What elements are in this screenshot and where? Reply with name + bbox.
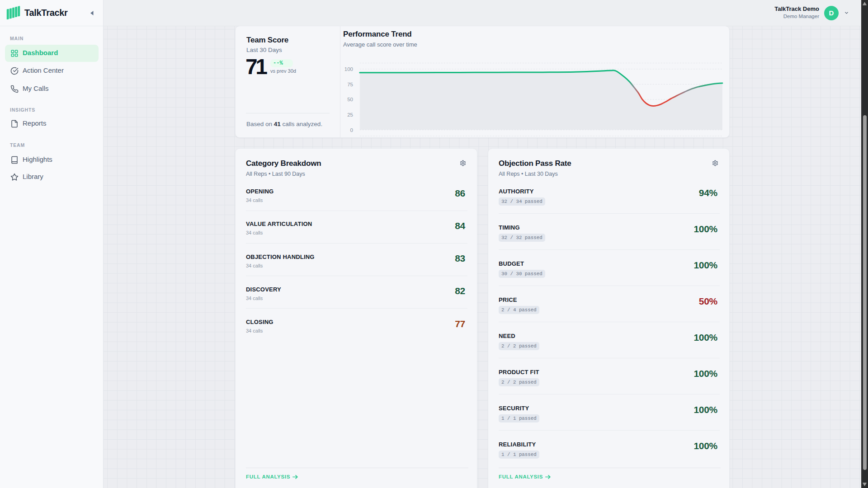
svg-text:100: 100 <box>344 66 353 72</box>
svg-text:25: 25 <box>347 112 353 117</box>
svg-text:50: 50 <box>347 97 353 102</box>
svg-text:0: 0 <box>350 127 353 133</box>
svg-text:75: 75 <box>347 82 353 87</box>
